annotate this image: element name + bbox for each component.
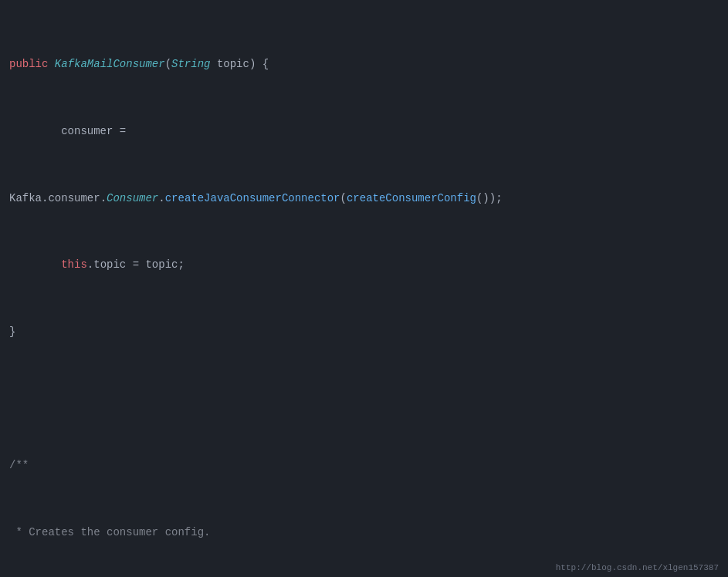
code-block: public KafkaMailConsumer(String topic) {… [0,0,728,577]
line-7: /** [0,457,728,474]
watermark: http://blog.csdn.net/xlgen157387 [556,563,719,572]
line-8: * Creates the consumer config. [0,525,728,542]
line-2: consumer = [0,123,728,140]
line-4: this.topic = topic; [0,257,728,274]
line-5: } [0,324,728,341]
line-3: Kafka.consumer.Consumer.createJavaConsum… [0,191,728,208]
line-6 [0,391,728,407]
line-1: public KafkaMailConsumer(String topic) { [0,56,728,73]
